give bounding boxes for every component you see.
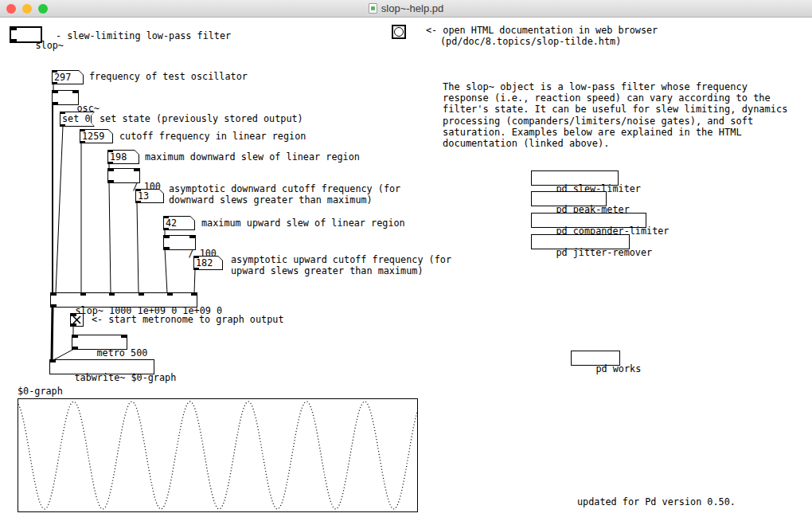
inlet-nub	[60, 112, 65, 114]
inlet-nub	[139, 293, 144, 296]
up-asym-number-box[interactable]: 182	[193, 256, 223, 270]
outlet-nub	[80, 141, 85, 143]
inlet-nub	[71, 314, 76, 316]
outlet-nub	[60, 124, 65, 127]
metronome-toggle[interactable]	[70, 313, 84, 327]
description-text: The slop~ object is a low-pass filter wh…	[443, 81, 787, 149]
tagline-comment: - slew-limiting low-pass filter	[56, 30, 231, 41]
inlet-nub	[72, 91, 78, 93]
outlet-nub	[53, 102, 58, 104]
up-slew-number-box[interactable]: 42	[163, 216, 195, 230]
osc-object-box: osc~	[52, 90, 79, 105]
traffic-lights	[6, 4, 48, 14]
minimize-button[interactable]	[22, 4, 32, 14]
window-titlebar: slop~-help.pd	[0, 0, 812, 18]
metro-object-box: metro 500	[72, 335, 127, 350]
close-button[interactable]	[6, 4, 16, 14]
inlet-nub	[121, 335, 127, 338]
inlet-nub	[167, 293, 173, 296]
inlet-nub	[108, 169, 114, 171]
divide-object-box-1: / 100	[107, 168, 140, 183]
inlet-nub	[53, 91, 58, 93]
freq-comment: frequency of test oscillator	[89, 71, 248, 82]
subpatch-jitter-remover[interactable]: pd jitter-remover	[531, 234, 630, 249]
inlet-nub	[11, 28, 17, 30]
outlet-nub	[11, 39, 17, 41]
bang-circle-icon	[394, 27, 404, 37]
inlet-nub	[191, 293, 197, 296]
subpatch-slew-limiter[interactable]: pd slew-limiter	[531, 170, 619, 186]
subpatch-compander-limiter[interactable]: pd compander-limiter	[531, 213, 646, 228]
window-title: slop~-help.pd	[381, 2, 443, 14]
down-slew-number-box[interactable]: 198	[107, 150, 139, 164]
outlet-nub	[135, 201, 141, 203]
inlet-nub	[51, 293, 57, 296]
inlet-nub	[164, 236, 170, 238]
cutoff-number-box[interactable]: 1259	[80, 129, 113, 143]
waveform-plot	[18, 399, 417, 511]
subpatch-works[interactable]: pd works	[571, 351, 620, 366]
inlet-nub	[80, 129, 85, 131]
outlet-nub	[51, 304, 57, 307]
up-slew-comment: maximum upward slew of linear region	[201, 217, 405, 229]
down-asym-comment: asymptotic downward cutoff frequency (fo…	[169, 183, 431, 206]
patch-canvas: slop~ - slew-limiting low-pass filter <-…	[0, 18, 812, 529]
inlet-nub	[134, 169, 139, 171]
divide-object-box-2: / 100	[163, 235, 196, 250]
outlet-nub	[72, 347, 78, 349]
inlet-nub	[72, 335, 78, 338]
outlet-nub	[193, 268, 199, 270]
inlet-nub	[135, 189, 141, 191]
slop-main-object-box: slop~ 1000 1e+09 0 1e+09 0	[50, 292, 197, 308]
inlet-nub	[189, 236, 195, 238]
cutoff-comment: cutoff frequency in linear region	[119, 131, 306, 142]
footer-comment: updated for Pd version 0.50.	[577, 496, 736, 507]
up-asym-comment: asymptotic upward cutoff frequency (for …	[231, 254, 494, 276]
waveform-graph	[18, 398, 418, 512]
inlet-nub	[80, 293, 86, 296]
freq-number-box[interactable]: 297	[52, 70, 84, 84]
set-message-box[interactable]: set 0	[60, 112, 95, 127]
tabwrite-object-box: tabwrite~ $0-graph	[49, 359, 154, 374]
inlet-nub	[109, 293, 115, 296]
inlet-nub	[163, 216, 169, 218]
outlet-nub	[108, 180, 114, 182]
toggle-comment: <- start metronome to graph output	[92, 314, 283, 325]
outlet-nub	[107, 162, 113, 164]
down-asym-number-box[interactable]: 13	[135, 189, 164, 203]
doc-link-comment: <- open HTML documentation in web browse…	[426, 25, 658, 47]
subpatch-peak-meter[interactable]: pd peak-meter	[531, 191, 607, 206]
zoom-button[interactable]	[38, 4, 48, 14]
outlet-nub	[163, 228, 169, 230]
outlet-nub	[71, 323, 76, 326]
graph-label: $0-graph	[18, 386, 63, 397]
open-docs-bang-button[interactable]	[392, 25, 406, 39]
inlet-nub	[52, 70, 57, 72]
inlet-nub	[50, 360, 56, 362]
document-icon	[369, 3, 377, 14]
inlet-nub	[193, 256, 199, 258]
slop-object-box: slop~	[10, 26, 42, 43]
outlet-nub	[52, 82, 57, 84]
inlet-nub	[107, 150, 113, 152]
set-comment: set state (previously stored output)	[100, 113, 303, 124]
outlet-nub	[164, 247, 170, 249]
down-slew-comment: maximum downward slew of linear region	[145, 151, 360, 163]
